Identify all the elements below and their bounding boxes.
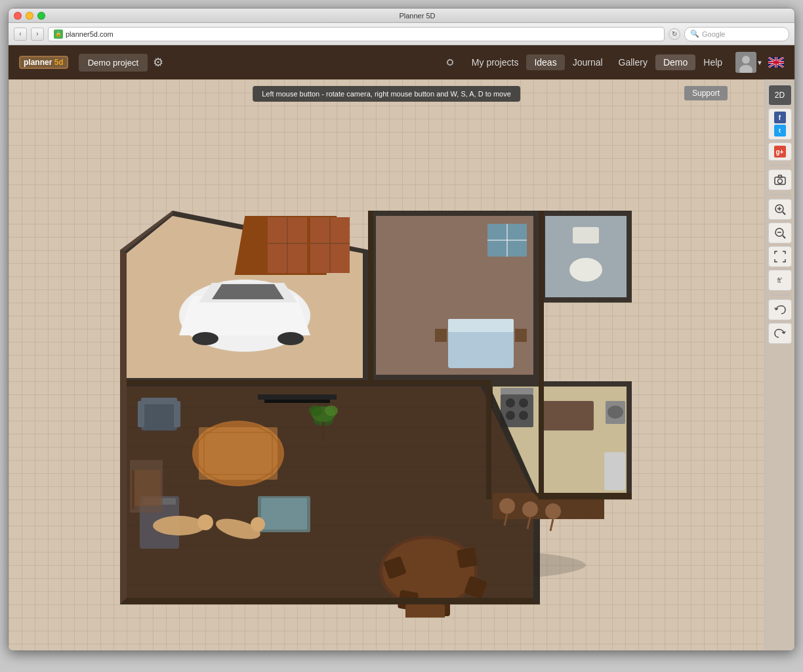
svg-rect-110: [539, 211, 544, 499]
zoom-out-button[interactable]: [768, 222, 792, 243]
zoom-in-button[interactable]: [768, 199, 792, 220]
nav-link-gallery[interactable]: Gallery: [611, 54, 655, 70]
svg-marker-118: [778, 175, 782, 177]
app-window: Planner 5D ‹ › 🔒 planner5d.com ↻ 🔍 Googl…: [8, 8, 795, 651]
svg-rect-88: [174, 401, 180, 427]
url-bar[interactable]: 🔒 planner5d.com: [48, 27, 665, 41]
minimize-button[interactable]: [26, 12, 33, 20]
settings-button[interactable]: ⚙: [153, 55, 163, 70]
sidebar-divider-2: [770, 194, 790, 195]
svg-rect-87: [138, 401, 144, 427]
user-avatar[interactable]: [735, 52, 756, 73]
svg-point-46: [519, 398, 528, 408]
logo-box: planner 5d: [19, 56, 68, 69]
secure-icon: 🔒: [54, 30, 63, 39]
svg-rect-50: [541, 401, 594, 430]
nav-status-dot: [447, 59, 453, 66]
svg-point-20: [278, 332, 304, 345]
svg-point-84: [251, 517, 265, 532]
svg-line-106: [550, 519, 553, 531]
refresh-button[interactable]: ↻: [669, 28, 680, 40]
project-name-button[interactable]: Demo project: [79, 54, 148, 72]
measure-button[interactable]: ft': [768, 270, 792, 291]
svg-point-82: [197, 514, 213, 530]
logo-5d: 5d: [54, 58, 64, 67]
svg-point-19: [192, 332, 218, 345]
undo-button[interactable]: [768, 299, 792, 320]
zoom-in-icon: [774, 203, 786, 215]
svg-rect-34: [448, 319, 514, 332]
twitter-button[interactable]: t: [774, 125, 786, 136]
svg-point-72: [325, 406, 338, 416]
window-controls[interactable]: [14, 12, 45, 20]
svg-rect-36: [515, 329, 527, 342]
svg-rect-53: [604, 452, 625, 490]
svg-rect-90: [132, 470, 134, 509]
svg-point-47: [506, 411, 515, 420]
logo-area: planner 5d: [19, 56, 68, 69]
sidebar-divider-3: [770, 295, 790, 295]
svg-rect-111: [486, 380, 491, 499]
svg-rect-107: [422, 604, 445, 618]
uk-flag-icon: [768, 57, 784, 68]
measure-label: ft': [777, 277, 782, 284]
google-plus-button[interactable]: g+: [768, 142, 792, 161]
svg-rect-74: [199, 427, 278, 480]
svg-line-125: [783, 236, 785, 238]
svg-point-48: [519, 411, 528, 420]
nav-link-demo[interactable]: Demo: [655, 54, 695, 70]
dropdown-arrow[interactable]: ▼: [756, 59, 763, 66]
browser-toolbar: ‹ › 🔒 planner5d.com ↻ 🔍 Google: [9, 23, 794, 45]
svg-rect-67: [264, 400, 330, 403]
svg-point-71: [309, 406, 322, 416]
nav-link-journal[interactable]: Journal: [565, 54, 611, 70]
facebook-button[interactable]: f: [774, 112, 786, 123]
logo-text: planner: [24, 58, 52, 67]
nav-link-help[interactable]: Help: [695, 54, 730, 70]
support-button[interactable]: Support: [684, 86, 728, 100]
search-icon: 🔍: [690, 30, 699, 38]
main-content: Left mouse button - rotate camera, right…: [9, 79, 794, 651]
close-button[interactable]: [14, 12, 22, 20]
redo-button[interactable]: [768, 323, 792, 344]
svg-point-103: [545, 503, 561, 519]
forward-button[interactable]: ›: [31, 28, 44, 41]
svg-rect-66: [258, 394, 337, 400]
svg-point-52: [607, 406, 623, 419]
maximize-button[interactable]: [37, 12, 45, 20]
search-bar[interactable]: 🔍 Google: [684, 27, 789, 41]
url-text: planner5d.com: [66, 30, 113, 38]
2d-button[interactable]: 2D: [768, 85, 792, 106]
2d-label: 2D: [775, 91, 785, 100]
twitter-icon: t: [779, 127, 781, 134]
svg-marker-114: [120, 250, 127, 604]
window-title: Planner 5D: [45, 12, 789, 20]
svg-marker-112: [120, 598, 540, 604]
language-flag[interactable]: [768, 57, 784, 68]
redo-icon: [774, 328, 786, 339]
svg-point-39: [569, 258, 602, 282]
camera-button[interactable]: [768, 169, 792, 190]
zoom-out-icon: [774, 227, 786, 239]
nav-link-my-projects[interactable]: My projects: [464, 54, 527, 70]
nav-link-ideas[interactable]: Ideas: [526, 54, 564, 70]
svg-marker-113: [533, 493, 632, 499]
svg-rect-40: [573, 227, 599, 243]
app-nav: planner 5d Demo project ⚙ My projects Id…: [9, 45, 794, 79]
svg-point-81: [153, 516, 205, 536]
googleplus-icon: g+: [774, 146, 786, 158]
fullscreen-button[interactable]: [768, 246, 792, 267]
svg-rect-98: [457, 547, 478, 568]
gplus-label: g+: [776, 148, 784, 156]
undo-icon: [774, 304, 786, 315]
svg-rect-78: [261, 498, 307, 530]
svg-rect-86: [141, 398, 177, 404]
canvas-area[interactable]: Left mouse button - rotate camera, right…: [9, 79, 764, 651]
svg-point-102: [522, 501, 538, 517]
svg-rect-91: [134, 470, 161, 506]
svg-point-117: [777, 179, 782, 184]
right-sidebar: 2D f t g+: [764, 79, 794, 651]
back-button[interactable]: ‹: [14, 28, 27, 41]
svg-rect-35: [435, 329, 447, 342]
svg-point-1: [742, 56, 750, 64]
